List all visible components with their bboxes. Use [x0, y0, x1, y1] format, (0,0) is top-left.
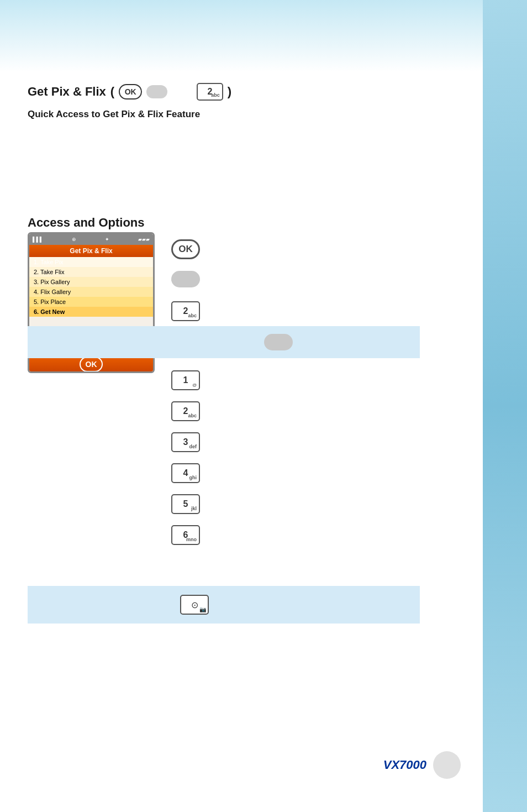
title-paren-open: ( — [110, 85, 114, 99]
title-row: Get Pix & Flix ( OK 2 abc ) — [28, 83, 447, 101]
section-title: Access and Options — [28, 216, 145, 230]
page-subtitle: Quick Access to Get Pix & Flix Feature — [28, 109, 447, 120]
blue-row-2: ⊙ 📷 — [28, 586, 420, 624]
battery-icon: ▰▰▰ — [138, 237, 150, 242]
phone-menu-item-1[interactable]: 1. Take Pix — [29, 257, 153, 267]
num-key-row-4: 4 ghi — [28, 458, 420, 489]
title-paren-close: ) — [228, 85, 231, 99]
num-key-row-6: 6 mno — [28, 520, 420, 551]
battery-icon-left: ⊕ — [72, 237, 76, 242]
num-key-row-2: 2 abc — [28, 396, 420, 427]
row-2abc: 2 abc — [171, 301, 200, 321]
num5-button[interactable]: 5 jkl — [171, 494, 200, 514]
brand-circle — [433, 751, 461, 779]
num-keys-section: 1 @ 2 abc 3 def 4 ghi 5 jkl — [28, 365, 420, 551]
num2-button-title[interactable]: 2 abc — [197, 83, 223, 101]
header-section: Get Pix & Flix ( OK 2 abc ) Quick Access… — [28, 83, 447, 131]
phone-menu-item-3[interactable]: 3. Pix Gallery — [29, 277, 153, 287]
top-gradient — [0, 0, 483, 72]
num-key-row-3: 3 def — [28, 427, 420, 458]
num-key-row-5: 5 jkl — [28, 489, 420, 520]
num2-button-row3[interactable]: 2 abc — [171, 301, 200, 321]
signal-icon: ▌▌▌ — [33, 237, 43, 242]
num4-button[interactable]: 4 ghi — [171, 463, 200, 483]
blue-row-1 — [28, 326, 420, 358]
phone-menu-item-6[interactable]: 6. Get New — [29, 307, 153, 317]
ok-button-title[interactable]: OK — [119, 84, 142, 99]
softkey-button-row2[interactable] — [171, 271, 200, 287]
row-softkey — [171, 271, 503, 287]
num2-button[interactable]: 2 abc — [171, 401, 200, 421]
softkey-button-title[interactable] — [146, 85, 167, 98]
num1-button[interactable]: 1 @ — [171, 370, 200, 390]
num6-button[interactable]: 6 mno — [171, 525, 200, 545]
softkey-button-blue-row[interactable] — [264, 334, 293, 350]
phone-status-bar: ▌▌▌ ⊕ ✦ ▰▰▰ — [29, 234, 153, 245]
phone-title-bar: Get Pix & Flix — [29, 245, 153, 257]
side-bar — [483, 0, 527, 812]
phone-menu-item-5[interactable]: 5. Pix Place — [29, 297, 153, 307]
signal-icon-right: ✦ — [105, 237, 109, 242]
ok-button-row1[interactable]: OK — [171, 239, 200, 259]
num-key-row-1: 1 @ — [28, 365, 420, 396]
phone-menu-item-4[interactable]: 4. Flix Gallery — [29, 287, 153, 297]
page-title: Get Pix & Flix — [28, 85, 106, 99]
row-ok: OK — [171, 239, 503, 259]
brand-name: VX7000 — [383, 758, 426, 772]
phone-menu-item-2[interactable]: 2. Take Flix — [29, 267, 153, 277]
num3-button[interactable]: 3 def — [171, 432, 200, 452]
title-spacer — [172, 85, 192, 99]
branding-section: VX7000 — [383, 751, 461, 779]
camera-button[interactable]: ⊙ 📷 — [180, 595, 209, 615]
